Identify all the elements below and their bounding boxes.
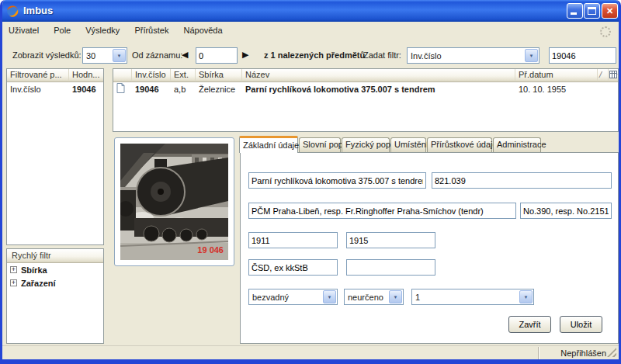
- login-status: Nepřihlášen: [538, 347, 619, 360]
- column-chooser-icon[interactable]: [609, 69, 618, 81]
- window-title: Imbus: [23, 5, 53, 16]
- tab-umisteni[interactable]: Umístění: [390, 137, 426, 152]
- quick-filter-title: Rychlý filtr: [7, 249, 103, 263]
- filtered-field-name: Inv.číslo: [7, 85, 69, 94]
- app-window: Imbus ✕ Uživatel Pole Výsledky Přírůstek…: [0, 0, 621, 364]
- column-header-inv-cislo[interactable]: Inv.číslo: [132, 69, 171, 81]
- vyrobni-cislo-field[interactable]: [520, 203, 612, 219]
- maximize-icon: [588, 7, 596, 15]
- tab-prirustkove-udaje[interactable]: Přírůstkové údaje: [427, 137, 492, 152]
- tree-expand-icon[interactable]: +: [10, 279, 17, 286]
- stav-predmetu-combo[interactable]: bezvadný ▼: [248, 289, 338, 305]
- result-ext: a,b: [171, 85, 196, 94]
- next-record-arrow-icon[interactable]: ▶: [242, 50, 248, 60]
- toolbar: Zobrazit výsledků: 30 ▼ Od záznamu: ◀ ▶ …: [2, 39, 619, 68]
- kategorie-combo[interactable]: 1 ▼: [411, 289, 534, 305]
- minimize-button[interactable]: [567, 3, 583, 19]
- result-row[interactable]: 19046 a,b Železnice Parní rychlíková lok…: [113, 82, 618, 95]
- menubar: Uživatel Pole Výsledky Přírůstek Nápověd…: [2, 22, 619, 39]
- photo-thumbnail[interactable]: 19 046: [114, 137, 234, 266]
- statusbar: Nepřihlášen: [2, 345, 619, 359]
- nazev-field[interactable]: [248, 172, 426, 189]
- save-button[interactable]: Uložit: [560, 316, 602, 333]
- chevron-down-icon[interactable]: ▼: [519, 290, 533, 303]
- menu-pole[interactable]: Pole: [47, 22, 77, 39]
- column-header-value[interactable]: Hodn...: [69, 69, 103, 81]
- tab-zakladni-udaje[interactable]: Základní údaje: [239, 136, 298, 153]
- chevron-down-icon[interactable]: ▼: [525, 49, 538, 62]
- lokalita2-field[interactable]: [346, 259, 435, 276]
- rok-vyroby-od-field[interactable]: [248, 232, 338, 248]
- results-table: Inv.číslo Ext. Sbírka Název Př.datum /: [113, 68, 619, 132]
- result-sbirka: Železnice: [196, 85, 242, 94]
- from-record-label: Od záznamu:: [132, 50, 182, 60]
- tab-slovni-popis[interactable]: Slovní popis: [299, 137, 341, 152]
- tree-item-sbirka[interactable]: + Sbírka: [7, 263, 103, 276]
- rok-vyroby-do-field[interactable]: [346, 232, 435, 248]
- column-header-ext[interactable]: Ext.: [171, 69, 196, 81]
- column-header-filtered-field[interactable]: Filtrované p...: [7, 69, 69, 81]
- filtered-fields-panel: Filtrované p... Hodn... Inv.číslo 19046: [6, 68, 104, 245]
- photo-watermark: 19 046: [197, 245, 224, 255]
- minimize-icon: [571, 12, 577, 15]
- show-results-label: Zobrazit výsledků:: [12, 50, 82, 60]
- menu-uzivatel[interactable]: Uživatel: [2, 22, 45, 39]
- chevron-down-icon[interactable]: ▼: [113, 49, 126, 62]
- menu-vysledky[interactable]: Výsledky: [79, 22, 126, 39]
- throbber-icon: [600, 26, 611, 37]
- column-header-icon[interactable]: [113, 69, 132, 81]
- tree-expand-icon[interactable]: +: [10, 266, 17, 273]
- app-icon: [6, 5, 19, 17]
- column-header-pr-datum[interactable]: Př.datum: [515, 69, 598, 81]
- tab-administrace[interactable]: Administrace: [493, 137, 541, 152]
- filter-field-combo[interactable]: Inv.číslo ▼: [407, 47, 539, 64]
- result-pr-datum: 10. 10. 1955: [515, 85, 598, 94]
- pokracovani-field[interactable]: [432, 172, 612, 189]
- vyrobce-field[interactable]: [248, 203, 516, 219]
- lokalita-field[interactable]: [248, 259, 338, 276]
- show-results-combo[interactable]: 30 ▼: [82, 47, 127, 64]
- druh-combo[interactable]: neurčeno ▼: [344, 289, 404, 305]
- close-icon: ✕: [606, 6, 613, 16]
- result-inv-cislo: 19046: [132, 85, 171, 94]
- titlebar[interactable]: Imbus ✕: [0, 0, 621, 22]
- close-form-button[interactable]: Zavřít: [508, 316, 551, 333]
- column-header-nazev[interactable]: Název: [242, 69, 515, 81]
- chevron-down-icon[interactable]: ▼: [323, 290, 336, 303]
- set-filter-label: Zadat filtr:: [363, 50, 401, 60]
- filtered-field-row[interactable]: Inv.číslo 19046: [7, 82, 103, 95]
- menu-prirustek[interactable]: Přírůstek: [128, 22, 175, 39]
- filtered-field-value: 19046: [69, 85, 103, 94]
- column-header-sbirka[interactable]: Sbírka: [196, 69, 242, 81]
- locomotive-photo: 19 046: [120, 144, 228, 260]
- sort-indicator-icon[interactable]: /: [598, 69, 609, 81]
- filter-value-input[interactable]: [549, 47, 616, 64]
- quick-filter-panel: Rychlý filtr + Sbírka + Zařazení: [6, 248, 104, 344]
- menu-napoveda[interactable]: Nápověda: [177, 22, 228, 39]
- result-nazev: Parní rychlíková lokomotiva 375.007 s te…: [242, 85, 515, 94]
- from-record-input[interactable]: [196, 47, 238, 64]
- maximize-button[interactable]: [584, 3, 600, 19]
- tree-item-zarazeni[interactable]: + Zařazení: [7, 276, 103, 289]
- document-icon: [116, 83, 125, 95]
- prev-record-arrow-icon[interactable]: ◀: [182, 50, 188, 60]
- found-count-label: z 1 nalezených předmětů: [264, 50, 365, 60]
- tab-fyzicky-popis[interactable]: Fyzický popis: [342, 137, 390, 152]
- chevron-down-icon[interactable]: ▼: [389, 290, 402, 303]
- close-button[interactable]: ✕: [602, 3, 618, 19]
